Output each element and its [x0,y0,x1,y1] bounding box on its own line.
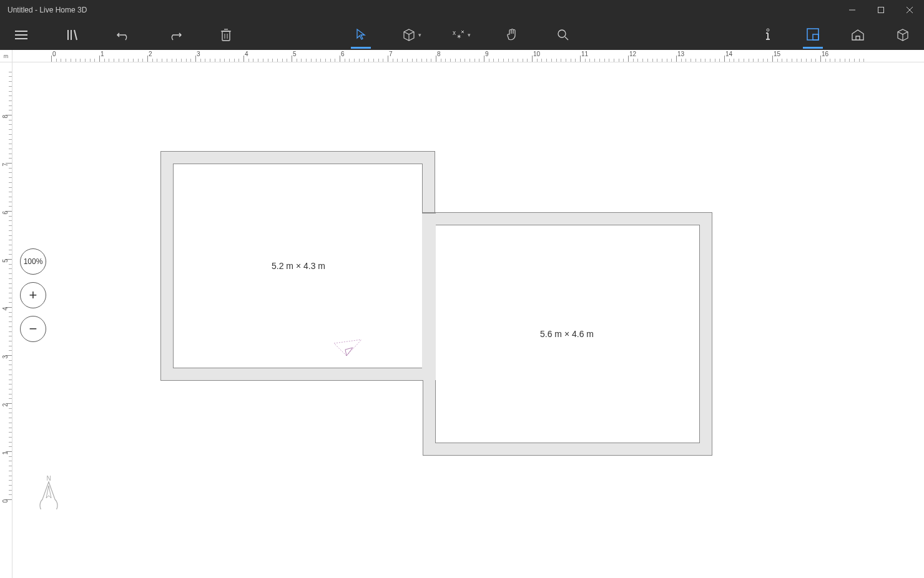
ruler-h-label: 10 [533,51,540,57]
svg-rect-10 [222,31,230,41]
ruler-h-label: 16 [822,51,828,57]
ruler-h-label: 2 [149,51,152,57]
room-2-dimensions-label: 5.6 m × 4.6 m [540,329,594,339]
ruler-v-label: 8 [2,115,9,119]
svg-point-21 [767,29,769,31]
ruler-h-label: 5 [293,51,297,57]
window-title: Untitled - Live Home 3D [7,6,838,14]
zoom-out-button[interactable]: − [20,316,46,342]
zoom-controls: 100% + − [20,248,46,342]
ruler-h-label: 7 [389,51,393,57]
ruler-v-label: 6 [2,211,9,215]
ruler-v-label: 7 [2,163,9,167]
view-elevation-button[interactable] [848,21,868,49]
zoom-level-button[interactable]: 100% [20,248,46,275]
close-button[interactable] [895,0,924,20]
chevron-down-icon: ▾ [468,32,471,38]
window-controls [838,0,924,20]
ruler-h-label: 8 [437,51,441,57]
chevron-down-icon: ▾ [418,32,421,38]
svg-text:x: x [453,29,456,36]
ruler-v-label: 1 [2,451,9,455]
ruler-h-label: 12 [629,51,636,57]
ruler-h-label: 13 [677,51,684,57]
svg-rect-1 [878,7,884,13]
view-3d-button[interactable] [893,21,913,49]
ruler-h-label: 11 [581,51,588,57]
shapes-tool-button[interactable]: ▾ [402,21,421,49]
toolbar: ▾ x✶ ▾ [0,20,924,50]
ruler-h-label: 3 [197,51,200,57]
menu-button[interactable] [11,21,31,49]
ruler-v-label: 0 [2,499,9,503]
wall-seam-cover [422,213,436,380]
dimensions-tool-button[interactable]: x✶ ▾ [453,21,471,49]
svg-point-19 [558,30,566,37]
ruler-v-label: 4 [2,307,9,311]
minimize-button[interactable] [838,0,867,20]
ruler-h-label: 6 [341,51,345,57]
delete-button[interactable] [216,21,236,49]
library-button[interactable] [62,21,82,49]
undo-button[interactable] [114,21,134,49]
camera-icon[interactable] [328,325,365,365]
ruler-h-label: 9 [485,51,489,57]
compass-icon[interactable]: N [36,474,61,509]
titlebar: Untitled - Live Home 3D [0,0,924,20]
view-2d-button[interactable] [803,21,823,49]
canvas[interactable]: 5.2 m × 4.3 m 5.6 m × 4.6 m [12,62,924,578]
ruler-unit: m [0,50,12,62]
svg-rect-26 [813,34,818,40]
ruler-h-label: 15 [774,51,780,57]
horizontal-ruler: 012345678910111213141516 [12,50,924,62]
search-button[interactable] [553,21,573,49]
maximize-button[interactable] [867,0,895,20]
redo-button[interactable] [165,21,185,49]
ruler-h-label: 0 [52,51,56,57]
svg-line-9 [74,30,77,40]
room-1-dimensions-label: 5.2 m × 4.3 m [272,261,325,271]
ruler-v-label: 5 [2,259,9,263]
info-button[interactable] [758,21,778,49]
ruler-v-label: 2 [2,403,9,407]
ruler-h-label: 4 [245,51,248,57]
zoom-in-button[interactable]: + [20,282,46,308]
svg-text:✶: ✶ [456,33,461,40]
select-tool-button[interactable] [351,21,371,49]
ruler-v-label: 3 [2,355,9,359]
pan-tool-button[interactable] [502,21,522,49]
svg-line-20 [565,37,568,40]
ruler-h-label: 1 [101,51,104,57]
ruler-h-label: 14 [725,51,732,57]
vertical-ruler: 012345678 [0,62,12,578]
